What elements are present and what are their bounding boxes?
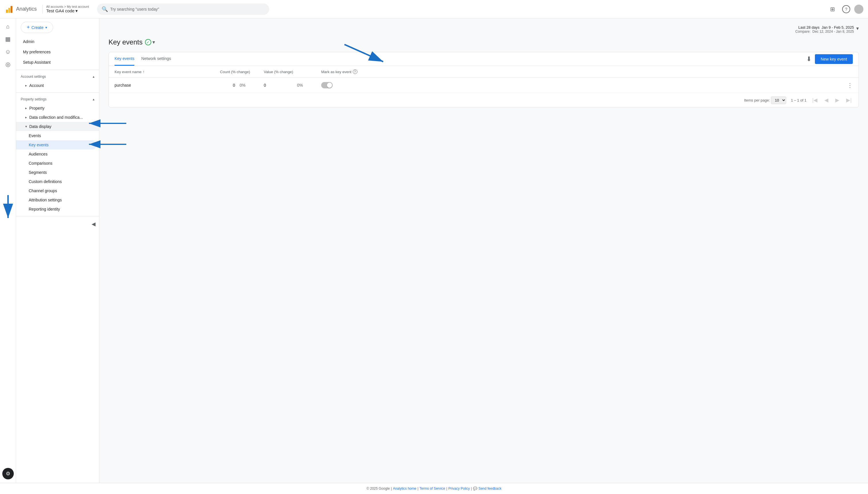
- cell-event-name: purchase: [114, 83, 206, 88]
- title-status: ✓ ▾: [145, 39, 155, 45]
- cell-count: 0: [206, 83, 235, 88]
- nav-bottom: ⚙: [2, 468, 14, 483]
- cell-value: 0: [264, 83, 293, 88]
- feedback-icon: 💬: [473, 487, 477, 491]
- footer-link-analytics-home[interactable]: Analytics home: [393, 487, 416, 491]
- cell-toggle: [321, 82, 847, 88]
- sidebar-subitem-custom-definitions[interactable]: Custom definitions: [16, 177, 99, 186]
- settings-icon: ⚙: [6, 471, 10, 477]
- date-range-text: Last 28 days Jan 9 - Feb 5, 2025 Compare…: [795, 25, 854, 34]
- prev-page-button[interactable]: ◀: [823, 96, 830, 104]
- sidebar-collapse-button[interactable]: ◀: [92, 221, 96, 227]
- nav-explore-button[interactable]: ☺: [2, 46, 14, 57]
- sidebar-item-admin[interactable]: Admin: [16, 36, 99, 47]
- svg-point-9: [857, 6, 861, 10]
- cell-count-pct: 0%: [235, 83, 264, 88]
- date-range-bar: Last 28 days Jan 9 - Feb 5, 2025 Compare…: [109, 25, 859, 34]
- footer-link-privacy[interactable]: Privacy Policy: [448, 487, 470, 491]
- avatar[interactable]: [854, 5, 863, 14]
- sidebar-item-property[interactable]: ▸ Property: [16, 103, 99, 113]
- logo-area[interactable]: Analytics: [5, 5, 37, 14]
- first-page-button[interactable]: |◀: [811, 96, 819, 104]
- explore-icon: ☺: [5, 49, 11, 55]
- sidebar: + Create ▾ Admin My preferences Setup As…: [16, 18, 99, 483]
- sidebar-item-my-preferences[interactable]: My preferences: [16, 47, 99, 57]
- col-count: Count (% change): [206, 70, 264, 74]
- last-page-button[interactable]: ▶|: [845, 96, 853, 104]
- items-per-page-dropdown[interactable]: 10 25 50: [771, 96, 786, 104]
- sidebar-divider-3: [16, 216, 99, 216]
- account-breadcrumb[interactable]: All accounts > My test account Test GA4 …: [42, 5, 89, 14]
- account-settings-header[interactable]: Account settings ▴: [16, 72, 99, 81]
- create-dropdown-icon: ▾: [45, 25, 47, 30]
- cell-value-pct: 0%: [293, 83, 321, 88]
- create-plus-icon: +: [27, 24, 30, 31]
- sidebar-subitem-attribution-settings[interactable]: Attribution settings: [16, 195, 99, 205]
- help-button[interactable]: ?: [841, 3, 852, 15]
- sidebar-item-setup-assistant[interactable]: Setup Assistant: [16, 57, 99, 68]
- top-header: Analytics All accounts > My test account…: [0, 0, 868, 18]
- row-more-button[interactable]: ⋮: [847, 82, 853, 89]
- download-button[interactable]: ⬇: [806, 55, 811, 63]
- date-range-main: Last 28 days Jan 9 - Feb 5, 2025: [795, 25, 854, 30]
- apps-grid-icon: ⊞: [830, 6, 835, 13]
- page-title-row: Key events ✓ ▾: [109, 38, 859, 46]
- property-settings-header[interactable]: Property settings ▴: [16, 95, 99, 103]
- col-key-event-name: Key event name ↑: [114, 70, 206, 74]
- per-page-select: Items per page: 10 25 50: [744, 96, 786, 104]
- svg-rect-8: [11, 6, 12, 13]
- advertising-icon: ◎: [5, 61, 10, 68]
- apps-grid-button[interactable]: ⊞: [827, 3, 838, 15]
- svg-point-10: [855, 10, 862, 14]
- new-key-event-button[interactable]: New key event: [815, 54, 853, 64]
- main-layout: ⌂ ▦ ☺ ◎ ⚙ + Create ▾ Admin My preference…: [0, 18, 868, 483]
- table-row: purchase 0 0% 0 0% ⋮: [109, 78, 858, 93]
- help-icon: ?: [842, 5, 850, 13]
- main-card: Key events Network settings ⬇ New key ev…: [109, 52, 859, 108]
- breadcrumb-top: All accounts > My test account: [46, 5, 89, 8]
- search-bar[interactable]: 🔍: [97, 3, 269, 15]
- sidebar-subitem-comparisons[interactable]: Comparisons: [16, 159, 99, 168]
- footer-link-feedback[interactable]: Send feedback: [479, 487, 501, 491]
- nav-settings-button[interactable]: ⚙: [2, 468, 14, 479]
- sidebar-item-data-display[interactable]: ▾ Data display: [16, 122, 99, 131]
- nav-home-button[interactable]: ⌂: [2, 21, 14, 32]
- create-button[interactable]: + Create ▾: [21, 22, 53, 33]
- sidebar-subitem-audiences[interactable]: Audiences: [16, 150, 99, 159]
- mark-help-icon[interactable]: ?: [353, 70, 357, 74]
- sidebar-item-data-collection[interactable]: ▸ Data collection and modifica...: [16, 113, 99, 122]
- sidebar-item-account[interactable]: ▸ Account: [16, 81, 99, 90]
- search-input[interactable]: [110, 7, 265, 12]
- date-range-dropdown-button[interactable]: ▾: [856, 25, 859, 32]
- analytics-logo-icon: [5, 5, 14, 14]
- search-icon: 🔍: [101, 6, 108, 12]
- next-page-button[interactable]: ▶: [834, 96, 841, 104]
- col-value: Value (% change): [264, 70, 321, 74]
- tab-network-settings[interactable]: Network settings: [141, 52, 171, 66]
- sidebar-subitem-events[interactable]: Events: [16, 131, 99, 140]
- footer: © 2025 Google | Analytics home | Terms o…: [0, 483, 868, 494]
- sidebar-subitem-segments[interactable]: Segments: [16, 168, 99, 177]
- breadcrumb-bottom[interactable]: Test GA4 code ▾: [46, 8, 89, 14]
- nav-reports-button[interactable]: ▦: [2, 33, 14, 45]
- nav-advertising-button[interactable]: ◎: [2, 58, 14, 70]
- logo-text: Analytics: [16, 6, 37, 12]
- status-check-icon: ✓: [145, 39, 151, 45]
- key-event-toggle[interactable]: [321, 82, 333, 88]
- breadcrumb-dropdown-icon: ▾: [75, 8, 78, 14]
- reports-icon: ▦: [5, 36, 11, 42]
- icon-nav: ⌂ ▦ ☺ ◎ ⚙: [0, 18, 16, 483]
- sort-icon[interactable]: ↑: [143, 70, 145, 74]
- sidebar-subitem-channel-groups[interactable]: Channel groups: [16, 186, 99, 195]
- sidebar-divider-1: [16, 70, 99, 70]
- sidebar-subitem-key-events[interactable]: Key events: [16, 140, 97, 150]
- sidebar-subitem-reporting-identity[interactable]: Reporting identity: [16, 205, 99, 214]
- footer-link-terms[interactable]: Terms of Service: [420, 487, 445, 491]
- header-right: ⊞ ?: [827, 3, 863, 15]
- tab-key-events[interactable]: Key events: [114, 52, 134, 66]
- data-display-chevron-icon: ▾: [25, 125, 27, 129]
- property-settings-chevron-icon: ▴: [93, 97, 94, 101]
- page-title: Key events: [109, 38, 143, 46]
- title-dropdown-button[interactable]: ▾: [152, 39, 155, 45]
- sidebar-divider-2: [16, 92, 99, 93]
